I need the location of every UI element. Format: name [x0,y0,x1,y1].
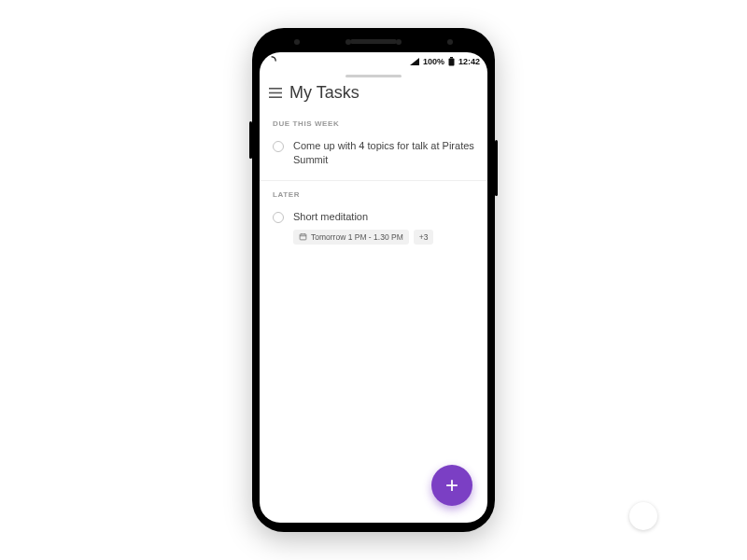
schedule-chip-label: Tomorrow 1 PM - 1.30 PM [311,232,403,242]
status-bar: 100% 12:42 [260,52,487,71]
cursor-indicator [629,502,657,530]
page-title: My Tasks [289,83,359,103]
task-title: Short meditation [293,210,474,224]
svg-rect-1 [448,59,454,66]
section-label-later: LATER [260,181,487,203]
battery-icon [448,57,455,66]
add-task-fab[interactable]: + [431,465,472,506]
signal-icon [410,58,419,65]
task-complete-toggle[interactable] [273,212,284,223]
task-row[interactable]: Come up with 4 topics for talk at Pirate… [260,132,487,175]
task-title: Come up with 4 topics for talk at Pirate… [293,139,474,167]
clock: 12:42 [458,57,480,66]
pull-handle[interactable] [345,75,402,77]
header: My Tasks [260,83,487,110]
phone-frame: 100% 12:42 My Tasks DUE THIS WEEK [252,28,495,532]
svg-rect-2 [269,88,282,90]
loading-icon [267,56,276,67]
svg-rect-0 [450,57,453,59]
battery-percent: 100% [423,57,444,66]
svg-rect-3 [269,92,282,94]
more-chip[interactable]: +3 [414,230,434,245]
screen: 100% 12:42 My Tasks DUE THIS WEEK [260,52,487,523]
phone-speaker [350,39,397,44]
more-chip-label: +3 [419,232,429,242]
hamburger-icon[interactable] [269,88,282,98]
plus-icon: + [445,474,458,497]
section-label-due-this-week: DUE THIS WEEK [260,110,487,132]
svg-rect-5 [300,234,306,240]
schedule-chip[interactable]: Tomorrow 1 PM - 1.30 PM [293,230,409,245]
svg-rect-4 [269,96,282,98]
task-complete-toggle[interactable] [273,141,284,152]
calendar-icon [299,232,307,241]
task-row[interactable]: Short meditation Tomorrow 1 PM - 1.30 PM… [260,203,487,252]
